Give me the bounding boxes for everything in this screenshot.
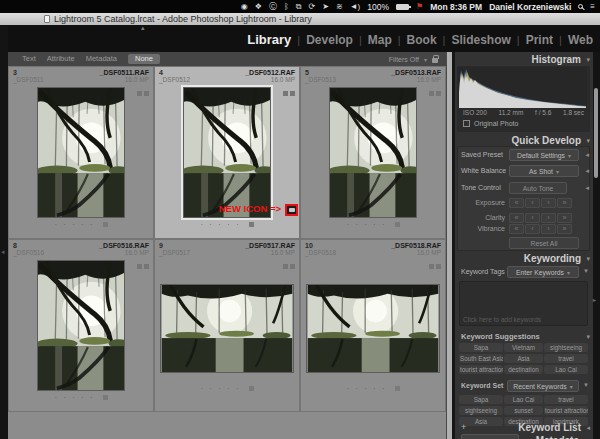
thumbnail-badge-icons[interactable] (283, 264, 295, 269)
right-panel-arrow-icon[interactable]: ▸ (593, 296, 596, 303)
photo-thumbnail[interactable] (160, 284, 294, 373)
photo-thumbnail[interactable] (329, 87, 417, 218)
keyword-suggestion[interactable]: Sapa (459, 343, 503, 352)
keyword-suggestions-title[interactable]: Keyword Suggestions (461, 332, 540, 341)
expand-arrow-icon[interactable]: ◂ (585, 151, 589, 159)
decrease-large-icon[interactable]: « (509, 213, 524, 223)
sync-icon[interactable]: ⟳ (309, 0, 316, 13)
notification-center-icon[interactable]: ≡ (590, 0, 595, 13)
chevron-down-icon[interactable]: ▼ (583, 382, 589, 388)
increase-large-icon[interactable]: » (557, 213, 572, 223)
grid-cell-9[interactable]: 9_DSF0517.RAF _DSF051716.0 MP · · · · · (154, 239, 300, 412)
module-book[interactable]: Book (407, 33, 437, 47)
tone-control-label: Tone Control (461, 184, 501, 191)
keyword-set-item[interactable]: travel (544, 395, 588, 404)
photo-thumbnail[interactable] (37, 87, 125, 218)
decrease-icon[interactable]: ‹ (525, 224, 540, 234)
increase-icon[interactable]: › (541, 213, 556, 223)
bluetooth-icon[interactable]: ᛒ (284, 0, 289, 13)
keyword-set-item[interactable]: sunset (504, 406, 543, 415)
chevron-down-icon[interactable]: ▼ (583, 268, 589, 274)
keyword-suggestion[interactable]: tourist attraction (459, 365, 503, 374)
scrollbar-thumb[interactable] (594, 88, 598, 178)
white-balance-dropdown[interactable]: As Shot▾ (509, 165, 579, 177)
copyright-icon[interactable]: Ⓒ (269, 0, 277, 13)
filter-lock-icon[interactable] (432, 58, 438, 63)
keyword-suggestion[interactable]: Vietnam (504, 343, 543, 352)
rating-dots[interactable]: · · · · · (9, 221, 153, 229)
rating-dots[interactable]: · · · · · (155, 385, 299, 393)
decrease-icon[interactable]: ‹ (525, 198, 540, 208)
keyword-suggestion[interactable]: destination (504, 365, 543, 374)
module-map[interactable]: Map (368, 33, 392, 47)
grid-cell-5[interactable]: 5_DSF0513.RAF _DSF051316.0 MP · · · · · (300, 66, 446, 239)
display-icon[interactable]: ⧉ (296, 0, 302, 13)
auto-tone-button[interactable]: Auto Tone (509, 182, 567, 194)
expand-arrow-icon[interactable]: ◂ (585, 184, 589, 192)
keyword-suggestion[interactable]: travel (544, 354, 588, 363)
decrease-icon[interactable]: ‹ (525, 213, 540, 223)
rating-dots[interactable]: · · · · · (301, 221, 445, 229)
menubar-clock[interactable]: Mon 8:36 PM (430, 2, 482, 12)
rating-dots[interactable]: · · · · · (9, 394, 153, 402)
rating-dots[interactable]: · · · · · (155, 221, 299, 229)
wifi-icon[interactable]: ≋ (336, 0, 343, 13)
reset-all-button[interactable]: Reset All (509, 237, 579, 249)
keyword-set-item[interactable]: Lao Cai (504, 395, 543, 404)
photo-thumbnail[interactable] (183, 87, 271, 218)
eye-icon[interactable]: ◉ (241, 0, 248, 13)
filter-tab-none[interactable]: None (128, 54, 160, 64)
increase-large-icon[interactable]: » (557, 198, 572, 208)
keyword-set-item[interactable]: sightseeing (459, 406, 503, 415)
input-flag-icon[interactable]: ⚑ (416, 2, 423, 11)
keyword-suggestion[interactable]: sightseeing (544, 343, 588, 352)
module-develop[interactable]: Develop (306, 33, 353, 47)
module-library[interactable]: Library (247, 32, 291, 47)
histogram-chart[interactable] (458, 67, 587, 108)
add-keyword-button[interactable]: + (461, 422, 466, 432)
photo-thumbnail[interactable] (37, 260, 125, 391)
menubar-user[interactable]: Daniel Korzeniewski (489, 2, 571, 12)
keyword-set-item[interactable]: tourist attraction (544, 406, 588, 415)
metadata-header[interactable]: EXIF and IPTC▾ Metadata ▾ (459, 434, 589, 439)
grid-cell-3[interactable]: 3_DSF0511.RAF _DSF051116.0 MP · · · · · (8, 66, 154, 239)
right-panel-scrollbar[interactable]: ▸ (593, 52, 600, 439)
grid-cell-8[interactable]: 8_DSF0516.RAF _DSF051616.0 MP · · · · · (8, 239, 154, 412)
photo-thumbnail[interactable] (306, 284, 440, 373)
expand-arrow-icon[interactable]: ◂ (585, 167, 589, 175)
keyword-suggestion[interactable]: South East Asia (459, 354, 503, 363)
filter-tab-metadata[interactable]: Metadata (86, 54, 117, 64)
original-photo-checkbox[interactable] (463, 120, 470, 127)
top-panel-collapse-icon[interactable]: ▴ (141, 24, 145, 32)
metadata-preset-dropdown[interactable]: EXIF and IPTC▾ (461, 434, 519, 439)
increase-icon[interactable]: › (541, 224, 556, 234)
left-panel-arrow-icon[interactable]: ◂ (1, 248, 5, 256)
decrease-large-icon[interactable]: « (509, 224, 524, 234)
smart-preview-badge[interactable] (285, 204, 298, 216)
module-print[interactable]: Print (526, 33, 553, 47)
keyword-input-area[interactable]: Click here to add keywords (459, 281, 588, 326)
thumbnail-badge-icons[interactable] (429, 264, 441, 269)
keyword-set-item[interactable]: Sapa (459, 395, 503, 404)
keyword-suggestion[interactable]: Lao Cai (544, 365, 588, 374)
saved-preset-dropdown[interactable]: Default Settings▾ (509, 149, 579, 161)
layers-icon[interactable]: ❖ (255, 0, 262, 13)
filters-off-dropdown[interactable]: Filters Off (389, 56, 419, 63)
window-titlebar[interactable]: Lightroom 5 Catalog.lrcat - Adobe Photos… (0, 13, 600, 25)
module-web[interactable]: Web (568, 33, 593, 47)
increase-icon[interactable]: › (541, 198, 556, 208)
module-slideshow[interactable]: Slideshow (451, 33, 510, 47)
keyword-tags-dropdown[interactable]: Enter Keywords▾ (507, 266, 579, 278)
increase-large-icon[interactable]: » (557, 224, 572, 234)
grid-cell-4-selected[interactable]: 4_DSF0512.RAF _DSF051216.0 MP NEW ICON =… (154, 66, 300, 239)
airplay-icon[interactable]: ➤ (322, 0, 329, 13)
keyword-suggestion[interactable]: Asia (504, 354, 543, 363)
rating-dots[interactable]: · · · · · (301, 385, 445, 393)
grid-cell-10[interactable]: 10_DSF0518.RAF _DSF051816.0 MP · · · · · (300, 239, 446, 412)
spotlight-search-icon[interactable] (578, 4, 583, 9)
filter-tab-attribute[interactable]: Attribute (47, 54, 75, 64)
volume-icon[interactable]: ◄) (350, 0, 361, 13)
filter-tab-text[interactable]: Text (22, 54, 36, 64)
keyword-set-dropdown[interactable]: Recent Keywords▾ (507, 380, 579, 392)
decrease-large-icon[interactable]: « (509, 198, 524, 208)
